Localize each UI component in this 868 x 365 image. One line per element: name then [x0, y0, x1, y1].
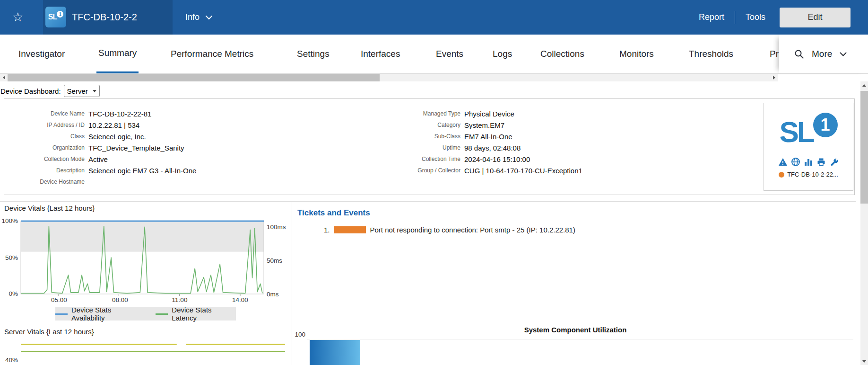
info-row: DescriptionScienceLogic EM7 G3 - All-In-… [4, 165, 196, 176]
info-value: TFC_Device_Template_Sanity [88, 144, 184, 152]
vertical-scrollbar-thumb[interactable] [860, 91, 868, 204]
info-value: ScienceLogic EM7 G3 - All-In-One [88, 167, 196, 175]
alert-triangle-icon[interactable] [778, 157, 788, 167]
more-button[interactable]: More [812, 49, 832, 59]
tab-bar: Investigator Summary Performance Metrics… [0, 35, 868, 74]
divider [0, 325, 856, 325]
scroll-down-arrow[interactable] [860, 357, 868, 365]
scu-bar [310, 340, 360, 365]
server-vitals-title: Server Vitals {Last 12 hours} [4, 328, 94, 336]
globe-icon[interactable] [791, 157, 800, 167]
search-icon[interactable] [794, 49, 804, 59]
scroll-right-arrow[interactable] [770, 74, 778, 81]
info-value: EM7 All-In-One [464, 133, 512, 141]
legend-swatch-latency [156, 313, 168, 315]
sl1-logo-one: 1 [57, 11, 63, 18]
tab-monitors[interactable]: Monitors [617, 35, 656, 73]
info-row: IP Address / ID10.2.22.81 | 534 [4, 119, 196, 131]
select-caret-icon [93, 90, 96, 92]
chevron-down-icon[interactable] [840, 52, 847, 56]
y-axis-tick: 100 [288, 331, 305, 338]
device-title: TFC-DB-10-2-2 [72, 0, 137, 35]
edit-button[interactable]: Edit [780, 8, 851, 27]
tools-button[interactable]: Tools [746, 12, 765, 22]
bar-chart-icon[interactable] [804, 157, 813, 167]
horizontal-scrollbar-thumb[interactable] [8, 74, 380, 81]
scroll-up-arrow[interactable] [860, 81, 868, 89]
legend-item: Device Stats Availability [55, 306, 143, 322]
server-vitals-chart [0, 336, 292, 365]
horizontal-scrollbar[interactable] [0, 74, 778, 81]
printer-icon[interactable] [816, 157, 826, 167]
sl1-logo-text: SL [48, 13, 57, 21]
info-value: 98 days, 02:48:08 [464, 144, 521, 152]
tab-processes-truncated[interactable]: Pr [768, 35, 781, 73]
system-component-utilization-title: System Component Utilization [296, 326, 854, 334]
device-card-name: TFC-DB-10-2-22... [787, 171, 838, 178]
info-label: Device Name [4, 110, 88, 117]
tab-events[interactable]: Events [434, 35, 465, 73]
wrench-icon[interactable] [829, 157, 839, 167]
device-info-right-column: Managed TypePhysical Device CategorySyst… [382, 108, 582, 176]
legend-label: Device Stats Availability [71, 306, 143, 322]
info-label: Category [382, 122, 464, 128]
chevron-down-icon [205, 15, 213, 20]
status-dot [779, 172, 784, 178]
scroll-left-arrow[interactable] [0, 74, 8, 81]
info-label: Organization [4, 144, 88, 151]
info-dropdown[interactable]: Info [185, 0, 213, 35]
info-value: System.EM7 [464, 121, 504, 129]
info-value: ScienceLogic, Inc. [88, 133, 146, 141]
device-vitals-chart [0, 213, 293, 297]
tab-summary[interactable]: Summary [96, 35, 139, 73]
x-axis-tick: 11:00 [166, 296, 193, 303]
info-label: Description [4, 167, 88, 174]
info-row: Collection Time2024-04-16 15:10:00 [382, 153, 582, 165]
event-message: Port not responding to connection: Port … [370, 226, 575, 234]
info-row: Collection ModeActive [4, 153, 196, 165]
tab-logs[interactable]: Logs [491, 35, 514, 73]
top-header: ☆ SL 1 TFC-DB-10-2-2 Info Report Tools E… [0, 0, 868, 35]
tab-settings[interactable]: Settings [295, 35, 331, 73]
sl1-logo[interactable]: SL 1 [45, 7, 66, 27]
vertical-scrollbar[interactable] [860, 81, 868, 365]
info-label: Uptime [382, 144, 464, 151]
info-row: ClassScienceLogic, Inc. [4, 131, 196, 142]
device-vitals-title: Device Vitals {Last 12 hours} [4, 204, 95, 212]
info-label: Collection Mode [4, 156, 88, 162]
info-value: 10.2.22.81 | 534 [88, 121, 139, 129]
event-index: 1. [324, 226, 330, 234]
legend-swatch-availability [55, 313, 68, 315]
info-value: 2024-04-16 15:10:00 [464, 155, 530, 163]
info-row: Group / CollectorCUG | 10-64-170-170-CU-… [382, 165, 582, 176]
info-row: CategorySystem.EM7 [382, 119, 582, 131]
info-row: Device Hostname [4, 176, 196, 187]
device-info-panel: Device NameTFC-DB-10-2-22-81 IP Address … [4, 98, 855, 195]
x-axis-tick: 08:00 [107, 296, 133, 303]
tab-thresholds[interactable]: Thresholds [687, 35, 735, 73]
report-button[interactable]: Report [699, 12, 724, 22]
device-info-left-column: Device NameTFC-DB-10-2-22-81 IP Address … [4, 108, 196, 187]
header-actions: Report Tools Edit [699, 0, 851, 35]
tab-collections[interactable]: Collections [538, 35, 586, 73]
tab-investigator[interactable]: Investigator [17, 35, 67, 73]
device-dashboard-select[interactable]: Server [64, 85, 100, 97]
gridline [307, 339, 853, 339]
favorite-star-icon[interactable]: ☆ [12, 0, 23, 35]
tab-performance-metrics[interactable]: Performance Metrics [169, 35, 255, 73]
tickets-events-title: Tickets and Events [297, 208, 370, 218]
info-label: Sub-Class [382, 133, 464, 140]
sl1-logo-one: 1 [813, 113, 838, 137]
info-row: OrganizationTFC_Device_Template_Sanity [4, 142, 196, 153]
x-axis-tick: 05:00 [46, 296, 72, 303]
legend-item: Device Stats Latency [156, 306, 236, 322]
tab-interfaces[interactable]: Interfaces [359, 35, 402, 73]
device-card-toolbar [764, 157, 853, 167]
event-severity-bar [334, 226, 366, 233]
event-list-item[interactable]: 1. Port not responding to connection: Po… [324, 226, 575, 234]
sl1-logo-large: SL 1 [764, 107, 853, 156]
info-row: Sub-ClassEM7 All-In-One [382, 131, 582, 142]
info-row: Device NameTFC-DB-10-2-22-81 [4, 108, 196, 119]
info-value: TFC-DB-10-2-22-81 [88, 110, 151, 118]
device-card-name-row[interactable]: TFC-DB-10-2-22... [764, 171, 853, 178]
